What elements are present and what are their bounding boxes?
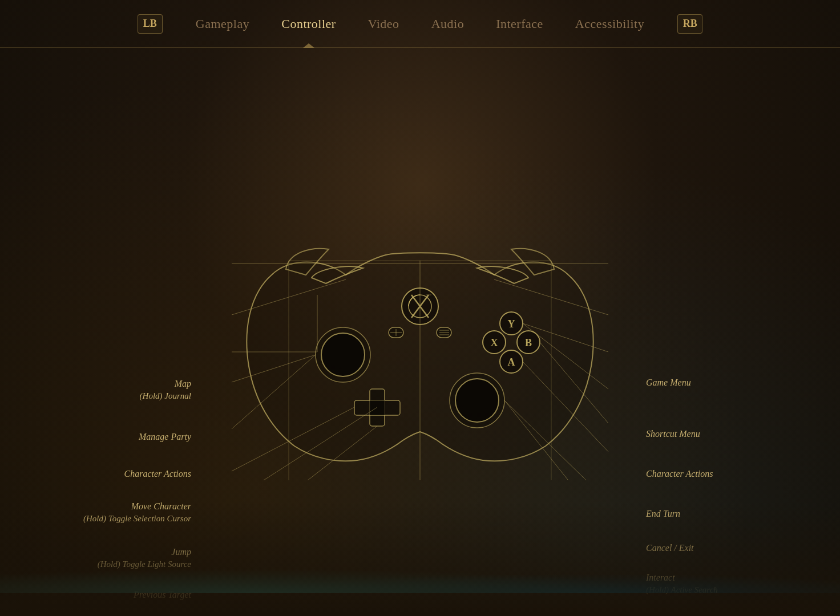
svg-point-10 bbox=[321, 333, 365, 376]
tab-controller[interactable]: Controller bbox=[265, 0, 352, 48]
tab-audio[interactable]: Audio bbox=[415, 0, 480, 48]
move-character-label: Move Character bbox=[83, 500, 191, 513]
manage-party-label: Manage Party bbox=[139, 432, 191, 442]
character-actions-left-label: Character Actions bbox=[124, 469, 191, 479]
main-content: Map (Hold) Journal Manage Party Characte… bbox=[0, 48, 840, 616]
jump-label: Jump bbox=[98, 546, 191, 558]
toggle-light-label: (Hold) Toggle Light Source bbox=[98, 558, 191, 570]
svg-text:B: B bbox=[525, 337, 532, 348]
controller-area: Map (Hold) Journal Manage Party Characte… bbox=[0, 75, 840, 589]
controller-diagram: Y X B A bbox=[232, 184, 608, 480]
end-turn-label: End Turn bbox=[646, 509, 680, 519]
lb-button[interactable]: LB bbox=[138, 14, 163, 34]
tab-gameplay[interactable]: Gameplay bbox=[180, 0, 265, 48]
rb-button[interactable]: RB bbox=[677, 14, 702, 34]
svg-text:Y: Y bbox=[508, 318, 515, 330]
game-menu-label: Game Menu bbox=[646, 378, 691, 388]
shortcut-menu-label: Shortcut Menu bbox=[646, 429, 700, 439]
tab-bar: LB Gameplay Controller Video Audio Inter… bbox=[0, 0, 840, 48]
active-search-label: (Hold) Active Search bbox=[646, 584, 718, 596]
interact-label: Interact bbox=[646, 572, 718, 584]
svg-text:A: A bbox=[508, 356, 515, 368]
toggle-selection-label: (Hold) Toggle Selection Cursor bbox=[83, 513, 191, 525]
tab-video[interactable]: Video bbox=[352, 0, 415, 48]
svg-rect-13 bbox=[370, 400, 385, 415]
tab-interface[interactable]: Interface bbox=[480, 0, 559, 48]
tab-accessibility[interactable]: Accessibility bbox=[559, 0, 660, 48]
svg-point-15 bbox=[455, 379, 499, 422]
map-label: Map bbox=[140, 378, 191, 390]
cancel-exit-label: Cancel / Exit bbox=[646, 543, 694, 553]
previous-target-label: Previous Target bbox=[134, 590, 191, 600]
svg-text:X: X bbox=[491, 337, 498, 348]
character-actions-right-label: Character Actions bbox=[646, 469, 713, 479]
map-hold-label: (Hold) Journal bbox=[140, 390, 191, 402]
